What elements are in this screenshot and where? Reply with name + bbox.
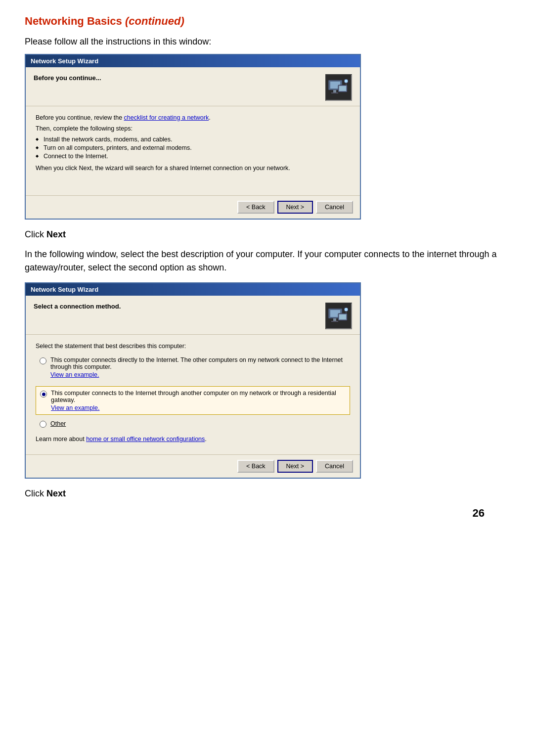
view-example-link-2[interactable]: View an example.	[51, 404, 346, 411]
wizard-top-section-2: Select a connection method.	[26, 296, 360, 335]
page-number: 26	[473, 507, 485, 520]
wizard-top-section-1: Before you continue...	[26, 67, 360, 106]
next-button-2[interactable]: Next >	[277, 460, 313, 473]
wizard-dialog-2: Network Setup Wizard Select a connection…	[25, 282, 361, 479]
back-button-1[interactable]: < Back	[237, 201, 274, 214]
select-text: Select the statement that best describes…	[36, 343, 350, 350]
cancel-button-1[interactable]: Cancel	[316, 201, 353, 214]
view-example-link-1[interactable]: View an example.	[50, 371, 346, 378]
svg-rect-11	[331, 321, 338, 322]
svg-point-6	[344, 79, 348, 83]
wizard-checklist-text: Before you continue, review the checklis…	[36, 114, 350, 121]
network-icon-2	[325, 303, 352, 329]
list-item: Turn on all computers, printers, and ext…	[36, 144, 350, 151]
radio-option-3[interactable]: Other	[36, 420, 350, 428]
wizard-top-text-2: Select a connection method.	[34, 303, 320, 310]
wizard-dialog-1: Network Setup Wizard Before you continue…	[25, 54, 361, 220]
wizard-content-2: Select the statement that best describes…	[26, 335, 360, 454]
next-button-1[interactable]: Next >	[277, 201, 313, 214]
cancel-button-2[interactable]: Cancel	[316, 460, 353, 473]
learn-more-text: Learn more about home or small office ne…	[36, 436, 350, 443]
wizard-header-2: Network Setup Wizard	[26, 283, 360, 296]
svg-point-14	[344, 308, 348, 311]
wizard-header-1: Network Setup Wizard	[26, 55, 360, 67]
learn-more-link[interactable]: home or small office network configurati…	[86, 436, 205, 443]
click-next-1: Click Next	[25, 229, 509, 240]
svg-rect-10	[333, 318, 336, 321]
page-title: Networking Basics (continued)	[25, 15, 509, 28]
svg-rect-3	[331, 92, 338, 93]
radio-option-2[interactable]: This computer connects to the Internet t…	[36, 386, 350, 415]
wizard-footer-1: < Back Next > Cancel	[26, 195, 360, 219]
wizard-search-text: When you click Next, the wizard will sea…	[36, 165, 350, 172]
radio-circle-2[interactable]	[40, 391, 47, 398]
radio-text-3: Other	[50, 420, 66, 427]
checklist-link[interactable]: checklist for creating a network	[124, 114, 209, 121]
click-next-2: Click Next	[25, 489, 509, 499]
radio-circle-3[interactable]	[40, 421, 46, 428]
network-icon-1	[325, 74, 352, 101]
wizard-body-2: Select a connection method. Select	[26, 296, 360, 478]
wizard-steps-list: Install the network cards, modems, and c…	[36, 136, 350, 160]
radio-text-1: This computer connects directly to the I…	[50, 356, 346, 378]
wizard-footer-2: < Back Next > Cancel	[26, 454, 360, 478]
wizard-content-1: Before you continue, review the checklis…	[26, 106, 360, 195]
radio-option-1[interactable]: This computer connects directly to the I…	[36, 354, 350, 381]
svg-rect-13	[339, 314, 346, 319]
wizard-body-1: Before you continue...	[26, 67, 360, 219]
radio-text-2: This computer connects to the Internet t…	[51, 390, 346, 411]
wizard-steps-intro: Then, complete the following steps:	[36, 125, 350, 132]
radio-circle-1[interactable]	[40, 357, 46, 364]
back-button-2[interactable]: < Back	[237, 460, 274, 473]
list-item: Connect to the Internet.	[36, 153, 350, 160]
svg-rect-5	[339, 86, 346, 91]
wizard-top-text-1: Before you continue...	[34, 74, 320, 82]
instruction-text: Please follow all the instructions in th…	[25, 37, 509, 47]
description-para: In the following window, select the best…	[25, 248, 509, 274]
svg-rect-2	[333, 90, 336, 92]
list-item: Install the network cards, modems, and c…	[36, 136, 350, 143]
